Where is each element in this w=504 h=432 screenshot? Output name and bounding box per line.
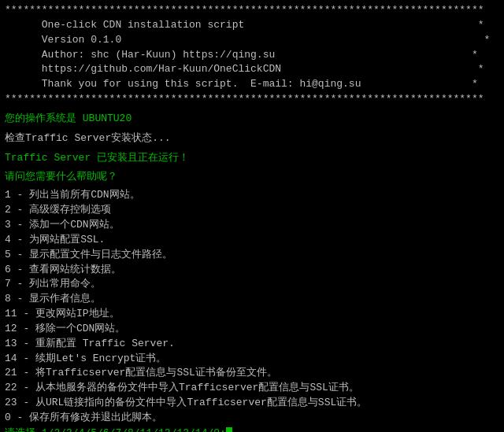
select-prompt-text: 请选择 1/2/3/4/5/6/7/8/11/12/13/14/0:	[5, 426, 226, 432]
running-line: Traffic Server 已安装且正在运行！	[5, 151, 499, 166]
menu-item-14: 14 - 续期Let's Encrypt证书。	[5, 352, 499, 367]
menu-item-1: 1 - 列出当前所有CDN网站。	[5, 188, 499, 203]
menu-item-22: 22 - 从本地服务器的备份文件中导入Trafficserver配置信息与SSL…	[5, 381, 499, 396]
menu-item-11: 11 - 更改网站IP地址。	[5, 307, 499, 322]
menu-item-12: 12 - 移除一个CDN网站。	[5, 322, 499, 337]
input-prompt-line[interactable]: 请选择 1/2/3/4/5/6/7/8/11/12/13/14/0:	[5, 426, 499, 432]
menu-item-3: 3 - 添加一个CDN网站。	[5, 218, 499, 233]
cursor	[226, 427, 232, 432]
author-line: Author: shc (Har-Kuun) https://qing.su *	[5, 48, 499, 63]
menu-item-8: 8 - 显示作者信息。	[5, 292, 499, 307]
menu-item-0: 0 - 保存所有修改并退出此脚本。	[5, 411, 499, 426]
os-info: 您的操作系统是 UBUNTU20	[5, 112, 499, 127]
thanks-line: Thank you for using this script. E-mail:…	[5, 77, 499, 92]
border-bottom: ****************************************…	[5, 92, 499, 107]
menu-item-7: 7 - 列出常用命令。	[5, 277, 499, 292]
script-title-line: One-click CDN installation script *	[5, 18, 499, 33]
border-top: ****************************************…	[5, 3, 499, 18]
checking-line: 检查Traffic Server安装状态...	[5, 131, 499, 146]
github-line: https://github.com/Har-Kuun/OneClickCDN …	[5, 62, 499, 77]
menu-item-5: 5 - 显示配置文件与日志文件路径。	[5, 248, 499, 263]
menu-item-13: 13 - 重新配置 Traffic Server.	[5, 337, 499, 352]
menu-item-2: 2 - 高级缓存控制选项	[5, 203, 499, 218]
menu-item-6: 6 - 查看网站统计数据。	[5, 263, 499, 278]
help-prompt: 请问您需要什么帮助呢？	[5, 170, 499, 185]
terminal-window: ****************************************…	[0, 0, 504, 432]
menu-item-21: 21 - 将Trafficserver配置信息与SSL证书备份至文件。	[5, 366, 499, 381]
menu-item-23: 23 - 从URL链接指向的备份文件中导入Trafficserver配置信息与S…	[5, 396, 499, 411]
menu-item-4: 4 - 为网站配置SSL.	[5, 233, 499, 248]
version-line: Version 0.1.0 *	[5, 33, 499, 48]
